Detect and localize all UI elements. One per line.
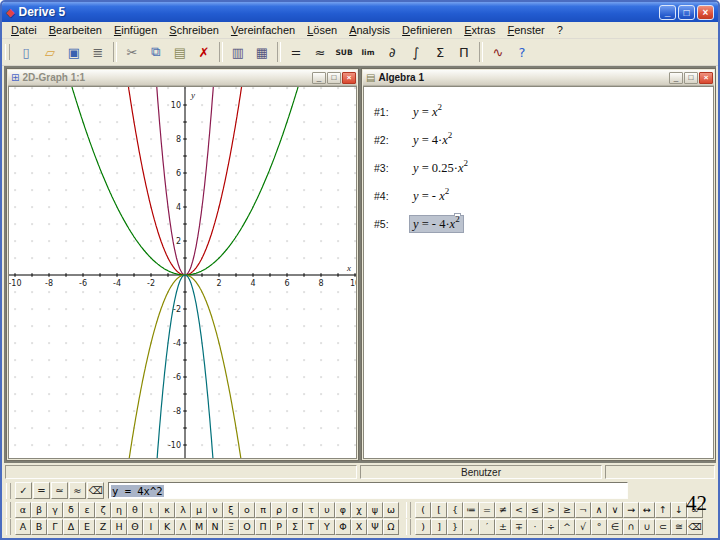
substitute-button[interactable]: SUB <box>332 41 356 64</box>
graph-close-button[interactable]: × <box>342 72 356 84</box>
graph-minimize-button[interactable]: _ <box>312 72 326 84</box>
sum-button[interactable]: Σ <box>428 41 452 64</box>
greek-lower-20[interactable]: φ <box>335 502 351 518</box>
paste-button[interactable]: ▤ <box>168 41 192 64</box>
greek-lower-6[interactable]: η <box>111 502 127 518</box>
math-symbols-grip-2[interactable] <box>406 519 411 535</box>
greek-lower-1[interactable]: β <box>31 502 47 518</box>
math-symbol-r2-14[interactable]: ∪ <box>639 519 655 535</box>
graph-plot-area[interactable]: -10-10-8-8-6-6-4-4-2-2224466881010xy <box>8 86 357 459</box>
differentiate-button[interactable]: ∂ <box>380 41 404 64</box>
save-button[interactable]: ▣ <box>62 41 86 64</box>
greek-lower-0[interactable]: α <box>15 502 31 518</box>
expression-5[interactable]: y = - 4·x2 <box>410 216 463 232</box>
greek-upper-5[interactable]: Ζ <box>95 519 111 535</box>
algebra-maximize-button[interactable]: □ <box>684 72 698 84</box>
expression-1[interactable]: y = x2 <box>410 104 445 120</box>
greek-upper-13[interactable]: Ξ <box>223 519 239 535</box>
math-symbol-r1-10[interactable]: ¬ <box>575 502 591 518</box>
math-symbol-r2-8[interactable]: ÷ <box>543 519 559 535</box>
greek-upper-6[interactable]: Η <box>111 519 127 535</box>
algebra-minimize-button[interactable]: _ <box>669 72 683 84</box>
greek-lower-4[interactable]: ε <box>79 502 95 518</box>
algebra-row-1[interactable]: #1:y = x2 <box>364 102 713 119</box>
greek-upper-10[interactable]: Λ <box>175 519 191 535</box>
math-symbol-r2-5[interactable]: ± <box>495 519 511 535</box>
menu-item-einfgen[interactable]: Einfügen <box>108 23 163 37</box>
algebra-close-button[interactable]: × <box>699 72 713 84</box>
greek-lower-grip[interactable] <box>6 502 11 518</box>
graph-maximize-button[interactable]: □ <box>327 72 341 84</box>
menu-item-analysis[interactable]: Analysis <box>343 23 396 37</box>
expression-4[interactable]: y = - x2 <box>410 188 452 204</box>
menu-item-schreiben[interactable]: Schreiben <box>163 23 225 37</box>
greek-upper-2[interactable]: Γ <box>47 519 63 535</box>
greek-upper-17[interactable]: Σ <box>287 519 303 535</box>
approximate-button[interactable]: ≈ <box>308 41 332 64</box>
math-symbol-r1-8[interactable]: > <box>543 502 559 518</box>
close-button[interactable]: × <box>697 5 714 20</box>
greek-upper-grip[interactable] <box>6 519 11 535</box>
math-symbol-r1-3[interactable]: ≔ <box>463 502 479 518</box>
math-symbol-r2-7[interactable]: · <box>527 519 543 535</box>
greek-upper-4[interactable]: Ε <box>79 519 95 535</box>
toolbar-grip[interactable] <box>5 44 10 60</box>
math-symbol-r1-16[interactable]: ↓ <box>671 502 687 518</box>
math-symbol-r1-11[interactable]: ∧ <box>591 502 607 518</box>
new-button[interactable]: ▯ <box>14 41 38 64</box>
equivalence-button[interactable]: ≃ <box>51 482 68 499</box>
help-button[interactable]: ? <box>510 41 534 64</box>
author-matrix-button[interactable]: ▦ <box>250 41 274 64</box>
simplify-button[interactable]: = <box>284 41 308 64</box>
title-bar[interactable]: ◆ Derive 5 _ □ × <box>2 2 718 22</box>
math-symbol-r2-9[interactable]: ^ <box>559 519 575 535</box>
greek-lower-19[interactable]: υ <box>319 502 335 518</box>
math-symbol-r1-1[interactable]: [ <box>431 502 447 518</box>
minimize-button[interactable]: _ <box>659 5 676 20</box>
greek-lower-10[interactable]: λ <box>175 502 191 518</box>
expression-3[interactable]: y = 0.25·x2 <box>410 160 471 176</box>
greek-upper-16[interactable]: Ρ <box>271 519 287 535</box>
math-symbol-r1-12[interactable]: ∨ <box>607 502 623 518</box>
math-symbol-r2-6[interactable]: ∓ <box>511 519 527 535</box>
math-symbol-r1-4[interactable]: = <box>479 502 495 518</box>
greek-upper-7[interactable]: Θ <box>127 519 143 535</box>
math-symbol-r2-17[interactable]: ⌫ <box>687 519 703 535</box>
math-symbol-r1-13[interactable]: → <box>623 502 639 518</box>
math-symbol-r2-16[interactable]: ≅ <box>671 519 687 535</box>
math-symbol-r2-13[interactable]: ∩ <box>623 519 639 535</box>
greek-lower-17[interactable]: σ <box>287 502 303 518</box>
greek-upper-8[interactable]: Ι <box>143 519 159 535</box>
print-button[interactable]: ≣ <box>86 41 110 64</box>
greek-lower-11[interactable]: μ <box>191 502 207 518</box>
greek-upper-18[interactable]: Τ <box>303 519 319 535</box>
math-symbol-r2-15[interactable]: ⊂ <box>655 519 671 535</box>
greek-lower-9[interactable]: κ <box>159 502 175 518</box>
menu-item-definieren[interactable]: Definieren <box>396 23 458 37</box>
math-symbol-r2-11[interactable]: ° <box>591 519 607 535</box>
maximize-button[interactable]: □ <box>678 5 695 20</box>
backspace-button[interactable]: ⌫ <box>87 482 104 499</box>
menu-item-lsen[interactable]: Lösen <box>301 23 343 37</box>
menu-item-help[interactable]: ? <box>551 23 569 37</box>
greek-lower-18[interactable]: τ <box>303 502 319 518</box>
menu-item-fenster[interactable]: Fenster <box>501 23 550 37</box>
greek-lower-7[interactable]: θ <box>127 502 143 518</box>
confirm-button[interactable]: ✓ <box>15 482 32 499</box>
math-symbol-r1-14[interactable]: ↔ <box>639 502 655 518</box>
greek-upper-23[interactable]: Ω <box>383 519 399 535</box>
plot-2d-button[interactable]: ∿ <box>486 41 510 64</box>
greek-lower-12[interactable]: ν <box>207 502 223 518</box>
greek-upper-15[interactable]: Π <box>255 519 271 535</box>
entry-grip[interactable] <box>6 483 11 499</box>
greek-lower-13[interactable]: ξ <box>223 502 239 518</box>
math-symbol-r1-0[interactable]: ( <box>415 502 431 518</box>
plot-svg[interactable]: -10-10-8-8-6-6-4-4-2-2224466881010xy <box>9 87 356 458</box>
greek-lower-21[interactable]: χ <box>351 502 367 518</box>
expression-2[interactable]: y = 4·x2 <box>410 132 455 148</box>
math-symbol-r2-10[interactable]: √ <box>575 519 591 535</box>
greek-upper-12[interactable]: Ν <box>207 519 223 535</box>
greek-lower-23[interactable]: ω <box>383 502 399 518</box>
greek-lower-8[interactable]: ι <box>143 502 159 518</box>
menu-item-extras[interactable]: Extras <box>458 23 501 37</box>
